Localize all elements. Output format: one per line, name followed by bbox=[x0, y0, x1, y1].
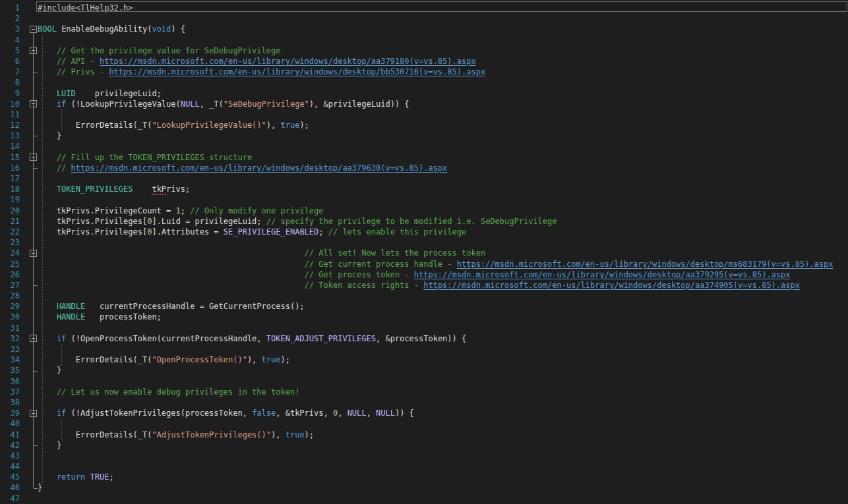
code-token: if bbox=[38, 408, 66, 418]
code-line[interactable]: 21 tkPrivs.Privileges[0].Luid = privileg… bbox=[0, 216, 848, 227]
code-line[interactable]: 37 // Let us now enable debug privileges… bbox=[0, 387, 848, 397]
code-line[interactable]: 11 bbox=[0, 109, 848, 120]
code-line[interactable]: 19 bbox=[0, 194, 848, 205]
fold-margin bbox=[20, 35, 38, 45]
comment-link[interactable]: https://msdn.microsoft.com/en-us/library… bbox=[109, 67, 485, 76]
line-number: 23 bbox=[0, 237, 20, 248]
fold-margin bbox=[20, 184, 38, 194]
code-line[interactable]: 29 HANDLE currentProcessHandle = GetCurr… bbox=[0, 301, 848, 312]
fold-collapse-icon[interactable] bbox=[30, 100, 37, 107]
code-line[interactable]: 25 // Get current process handle - https… bbox=[0, 259, 848, 269]
line-number: 33 bbox=[0, 344, 20, 354]
code-line[interactable]: 35 } bbox=[0, 365, 848, 376]
code-line[interactable]: 9 LUID privilegeLuid; bbox=[0, 88, 848, 99]
code-line[interactable]: 32 if (!OpenProcessToken(currentProcessH… bbox=[0, 333, 848, 344]
line-number: 18 bbox=[0, 184, 20, 194]
code-token: void bbox=[152, 24, 171, 34]
comment-link[interactable]: https://msdn.microsoft.com/en-us/library… bbox=[423, 281, 800, 290]
fold-margin bbox=[20, 237, 38, 248]
fold-margin bbox=[20, 269, 38, 280]
fold-margin bbox=[20, 280, 38, 291]
fold-margin bbox=[20, 323, 38, 333]
line-number: 15 bbox=[0, 152, 20, 163]
code-line[interactable]: 7 // Privs - https://msdn.microsoft.com/… bbox=[0, 67, 848, 77]
comment-link[interactable]: https://msdn.microsoft.com/en-us/library… bbox=[71, 163, 448, 173]
code-token: NULL bbox=[376, 408, 395, 418]
code-line[interactable]: 17 bbox=[0, 173, 848, 184]
code-line[interactable]: 18 TOKEN_PRIVILEGES tkPrivs; bbox=[0, 184, 848, 194]
comment-link[interactable]: https://msdn.microsoft.com/en-us/library… bbox=[100, 57, 476, 66]
line-number: 25 bbox=[0, 259, 20, 269]
code-line[interactable]: 36 bbox=[0, 376, 848, 387]
code-line[interactable]: 5 // Get the privilege value for SeDebug… bbox=[0, 45, 848, 56]
code-line[interactable]: 16 // https://msdn.microsoft.com/en-us/l… bbox=[0, 163, 848, 173]
code-token: EnableDebugAbility( bbox=[57, 24, 152, 34]
line-number: 43 bbox=[0, 451, 20, 461]
code-line[interactable]: 31 bbox=[0, 323, 848, 333]
code-line[interactable]: 2 bbox=[0, 13, 848, 24]
code-line[interactable]: 22 tkPrivs.Privileges[0].Attributes = SE… bbox=[0, 227, 848, 237]
comment-link[interactable]: https://msdn.microsoft.com/en-us/library… bbox=[457, 260, 833, 269]
code-line[interactable]: 26 // Get process token - https://msdn.m… bbox=[0, 269, 848, 280]
fold-margin bbox=[20, 387, 38, 397]
code-token: true bbox=[286, 430, 305, 439]
code-token: // specify the privilege to be modified … bbox=[266, 217, 557, 226]
fold-margin bbox=[20, 141, 38, 152]
code-line[interactable]: 34 ErrorDetails(_T("OpenProcessToken()")… bbox=[0, 354, 848, 365]
code-token: // API - bbox=[38, 57, 100, 66]
fold-collapse-icon[interactable] bbox=[30, 47, 37, 54]
code-line[interactable]: 28 bbox=[0, 291, 848, 301]
code-line[interactable]: 33 bbox=[0, 344, 848, 354]
code-line[interactable]: 39 if (!AdjustTokenPrivileges(processTok… bbox=[0, 408, 848, 418]
fold-collapse-icon[interactable] bbox=[30, 26, 37, 33]
code-text bbox=[38, 323, 848, 333]
code-line[interactable]: 38 bbox=[0, 397, 848, 408]
fold-margin bbox=[20, 24, 38, 34]
code-text bbox=[38, 141, 848, 152]
code-line[interactable]: 20 tkPrivs.PrivilegeCount = 1; // Only m… bbox=[0, 206, 848, 216]
code-line[interactable]: 12 ErrorDetails(_T("LookupPrivilegeValue… bbox=[0, 120, 848, 130]
code-line[interactable]: 13 } bbox=[0, 130, 848, 141]
code-line[interactable]: 3BOOL EnableDebugAbility(void) { bbox=[0, 24, 848, 34]
line-number: 34 bbox=[0, 354, 20, 365]
code-line[interactable]: 1#include<TlHelp32.h> bbox=[0, 3, 848, 13]
code-text: // Token access rights - https://msdn.mi… bbox=[38, 280, 848, 291]
code-token: , &tkPrivs, bbox=[276, 408, 333, 418]
code-token: tkPrivs.PrivilegeCount = bbox=[38, 206, 176, 215]
code-text: TOKEN_PRIVILEGES tkPrivs; bbox=[38, 184, 848, 194]
code-line[interactable]: 30 HANDLE processToken; bbox=[0, 312, 848, 322]
fold-collapse-icon[interactable] bbox=[30, 250, 37, 257]
code-line[interactable]: 46} bbox=[0, 482, 848, 493]
code-token: "SeDebugPrivilege" bbox=[224, 99, 309, 109]
code-line[interactable]: 45 return TRUE; bbox=[0, 472, 848, 482]
code-line[interactable]: 40 bbox=[0, 418, 848, 429]
code-line[interactable]: 4 bbox=[0, 35, 848, 45]
code-token: if bbox=[38, 99, 66, 109]
comment-link[interactable]: https://msdn.microsoft.com/en-us/library… bbox=[414, 270, 791, 279]
code-line[interactable]: 10 if (!LookupPrivilegeValue(NULL, _T("S… bbox=[0, 99, 848, 109]
code-token: ; bbox=[318, 227, 328, 237]
code-line[interactable]: 42 } bbox=[0, 440, 848, 451]
code-line[interactable]: 14 bbox=[0, 141, 848, 152]
code-line[interactable]: 23 bbox=[0, 237, 848, 248]
fold-collapse-icon[interactable] bbox=[30, 154, 37, 161]
code-text: } bbox=[38, 440, 848, 451]
fold-collapse-icon[interactable] bbox=[30, 335, 37, 342]
fold-margin bbox=[20, 418, 38, 429]
fold-collapse-icon[interactable] bbox=[30, 410, 37, 417]
code-token: // lets enable this privilege bbox=[328, 227, 467, 237]
code-line[interactable]: 27 // Token access rights - https://msdn… bbox=[0, 280, 848, 291]
code-editor[interactable]: 1#include<TlHelp32.h>23BOOL EnableDebugA… bbox=[0, 0, 848, 504]
code-token: ErrorDetails(_T( bbox=[38, 121, 152, 130]
code-line[interactable]: 41 ErrorDetails(_T("AdjustTokenPrivilege… bbox=[0, 430, 848, 440]
code-line[interactable]: 6 // API - https://msdn.microsoft.com/en… bbox=[0, 56, 848, 67]
fold-margin bbox=[20, 312, 38, 322]
code-line[interactable]: 24 // All set! Now lets the process toke… bbox=[0, 248, 848, 258]
code-line[interactable]: 8 bbox=[0, 77, 848, 88]
code-line[interactable]: 15 // Fill up the TOKEN_PRIVILEGES struc… bbox=[0, 152, 848, 163]
code-line[interactable]: 44 bbox=[0, 461, 848, 472]
code-line[interactable]: 43 bbox=[0, 451, 848, 461]
fold-margin bbox=[20, 365, 38, 376]
code-token: )) { bbox=[395, 408, 414, 418]
code-line[interactable]: 47 bbox=[0, 493, 848, 504]
